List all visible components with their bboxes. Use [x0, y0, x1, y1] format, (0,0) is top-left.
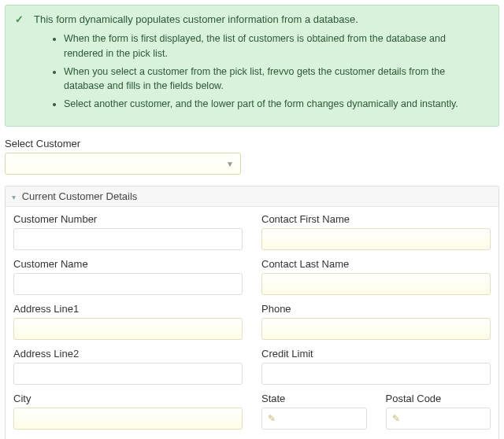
- contact-last-name-label: Contact Last Name: [261, 258, 491, 270]
- phone-input[interactable]: [261, 318, 491, 340]
- info-bullet: Select another customer, and the lower p…: [64, 97, 487, 112]
- section-title: Current Customer Details: [22, 190, 138, 202]
- postal-code-input[interactable]: ✎: [386, 408, 491, 430]
- city-input[interactable]: [13, 408, 243, 430]
- edit-icon: ✎: [268, 413, 276, 424]
- contact-first-name-input[interactable]: [261, 228, 491, 250]
- customer-details-section: ▾ Current Customer Details Customer Numb…: [5, 186, 499, 439]
- postal-code-label: Postal Code: [386, 393, 491, 404]
- select-customer-dropdown[interactable]: ▼: [5, 153, 241, 175]
- customer-number-label: Customer Number: [13, 213, 243, 225]
- phone-label: Phone: [261, 303, 491, 315]
- collapse-icon: ▾: [12, 193, 16, 201]
- credit-limit-label: Credit Limit: [261, 348, 491, 360]
- info-lead: This form dynamically populates customer…: [34, 13, 487, 25]
- customer-name-input[interactable]: [13, 273, 243, 295]
- section-header[interactable]: ▾ Current Customer Details: [6, 186, 498, 207]
- info-bullets: When the form is first displayed, the li…: [64, 31, 487, 112]
- chevron-down-icon: ▼: [226, 159, 234, 168]
- city-label: City: [13, 393, 243, 404]
- state-label: State: [261, 393, 367, 404]
- address-line2-label: Address Line2: [13, 348, 243, 360]
- info-bullet: When the form is first displayed, the li…: [64, 31, 487, 61]
- section-body: Customer Number Contact First Name Custo…: [6, 207, 498, 439]
- state-input[interactable]: ✎: [261, 408, 367, 430]
- info-box: ✓ This form dynamically populates custom…: [5, 5, 499, 127]
- edit-icon: ✎: [392, 413, 400, 424]
- check-icon: ✓: [15, 13, 24, 25]
- address-line2-input[interactable]: [13, 363, 243, 385]
- contact-last-name-input[interactable]: [261, 273, 491, 295]
- info-bullet: When you select a customer from the pick…: [64, 65, 487, 94]
- customer-name-label: Customer Name: [13, 258, 243, 270]
- contact-first-name-label: Contact First Name: [261, 213, 491, 225]
- address-line1-input[interactable]: [13, 318, 243, 340]
- select-customer-wrap: Select Customer ▼: [5, 138, 499, 175]
- credit-limit-input[interactable]: [261, 363, 491, 385]
- customer-number-input[interactable]: [13, 228, 243, 250]
- select-customer-label: Select Customer: [5, 138, 499, 149]
- address-line1-label: Address Line1: [13, 303, 243, 315]
